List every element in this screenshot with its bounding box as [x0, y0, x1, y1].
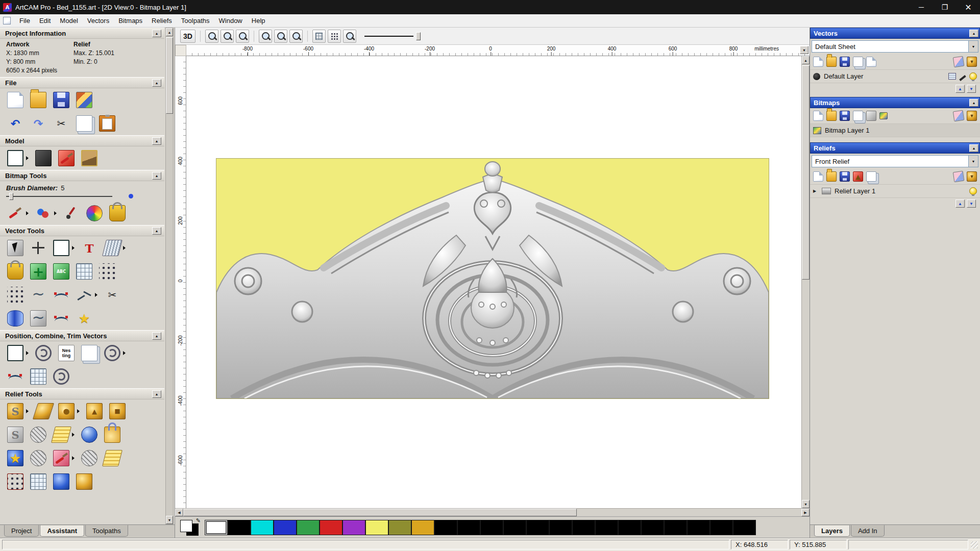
load-picture-icon[interactable]: [81, 150, 97, 166]
copy-bitmap-layer-icon[interactable]: [853, 111, 863, 121]
move-layer-down-icon[interactable]: ▼: [967, 85, 976, 93]
menu-model[interactable]: Model: [55, 15, 82, 26]
create-circle-icon[interactable]: [7, 310, 23, 327]
new-bitmap-layer-icon[interactable]: [813, 111, 823, 121]
menu-bitmaps[interactable]: Bitmaps: [114, 15, 147, 26]
zoom-window-button[interactable]: [236, 30, 249, 43]
edit-colour-icon[interactable]: ✎: [196, 517, 201, 524]
flood-fill-icon[interactable]: [109, 205, 126, 221]
canvas-v-scrollbar[interactable]: ▲ ▼: [801, 56, 810, 508]
document-icon[interactable]: [3, 17, 11, 24]
two-rail-sweep-icon[interactable]: [7, 427, 23, 443]
magnify-button[interactable]: [343, 30, 356, 43]
tab-assistant[interactable]: Assistant: [40, 525, 84, 537]
undo-icon[interactable]: [7, 115, 23, 132]
smooth-blend-icon[interactable]: [53, 473, 69, 490]
palette-swatch[interactable]: [595, 520, 618, 535]
scatter-relief-icon[interactable]: [7, 473, 23, 490]
palette-swatch[interactable]: [297, 520, 320, 535]
new-model-icon[interactable]: [7, 92, 23, 108]
create-polyline-icon[interactable]: [76, 287, 92, 303]
bitmap-layer-row[interactable]: Bitmap Layer 1: [810, 124, 980, 137]
delete-layer-icon[interactable]: [953, 110, 965, 122]
palette-swatch[interactable]: [687, 520, 710, 535]
set-model-size-icon[interactable]: [7, 150, 23, 166]
new-relief-layer-icon[interactable]: [813, 171, 823, 182]
palette-swatch[interactable]: [320, 520, 342, 535]
drawing-canvas[interactable]: [186, 56, 801, 508]
spin-relief-icon[interactable]: [81, 427, 97, 443]
save-model-icon[interactable]: [53, 92, 69, 108]
visibility-toggle-icon[interactable]: [969, 72, 977, 80]
palette-swatch[interactable]: [251, 520, 274, 535]
save-bitmap-layer-icon[interactable]: [840, 111, 850, 121]
extrude-relief-icon[interactable]: [102, 450, 122, 466]
collapse-button[interactable]: [969, 144, 978, 152]
collapse-button[interactable]: [969, 99, 978, 107]
delete-layer-icon[interactable]: [953, 56, 965, 68]
menu-file[interactable]: File: [15, 15, 35, 26]
sheet-select[interactable]: Default Sheet: [812, 40, 978, 53]
edit-layer-icon[interactable]: [959, 72, 967, 81]
layer-snap-icon[interactable]: [948, 73, 956, 80]
group-vectors-icon[interactable]: [81, 345, 97, 361]
flyout-arrow-icon[interactable]: [54, 211, 57, 215]
copy-relief-layer-icon[interactable]: [866, 171, 876, 182]
assistant-scrollbar[interactable]: ▲ ▼: [165, 28, 174, 524]
scroll-up-icon[interactable]: ▲: [802, 56, 810, 64]
constrain-relief-icon[interactable]: [104, 427, 120, 443]
flyout-arrow-icon[interactable]: [26, 351, 29, 355]
flyout-arrow-icon[interactable]: [72, 433, 75, 437]
pick-colour-icon[interactable]: [63, 205, 80, 221]
nesting-icon[interactable]: Nes ting: [58, 345, 75, 361]
line-width-handle[interactable]: [416, 32, 421, 40]
scroll-up-icon[interactable]: ▲: [166, 28, 173, 36]
zoom-previous-button[interactable]: [289, 30, 303, 43]
create-text-icon[interactable]: [81, 240, 97, 256]
zoom-objects-button[interactable]: [274, 30, 287, 43]
scroll-left-icon[interactable]: ◀: [175, 509, 183, 516]
texture-relief-icon[interactable]: [109, 403, 126, 419]
offset-relief-icon[interactable]: [51, 427, 71, 443]
palette-swatch[interactable]: [503, 520, 526, 535]
flyout-arrow-icon[interactable]: [26, 156, 29, 160]
collapse-button[interactable]: [969, 30, 978, 37]
palette-swatch[interactable]: [411, 520, 434, 535]
line-width-widget[interactable]: [364, 31, 421, 42]
star-relief-icon[interactable]: [7, 450, 23, 466]
flyout-arrow-icon[interactable]: [26, 211, 29, 215]
mesh-relief-icon[interactable]: [30, 473, 46, 490]
freehand-curve-icon[interactable]: [30, 287, 46, 303]
canvas-h-scrollbar[interactable]: ◀ ▶: [175, 508, 810, 516]
cut-icon[interactable]: [53, 115, 69, 132]
palette-swatch[interactable]: [457, 520, 480, 535]
scrollbar-thumb[interactable]: [166, 37, 173, 114]
collapse-button[interactable]: [152, 30, 161, 37]
collapse-button[interactable]: [152, 172, 161, 180]
collapse-button[interactable]: [152, 79, 161, 87]
block-copy-icon[interactable]: [30, 263, 46, 280]
weld-vectors-icon[interactable]: [104, 345, 120, 361]
zoom-fit-button[interactable]: [259, 30, 272, 43]
h-ruler[interactable]: millimetres -800-600-400-200020040060080…: [186, 45, 810, 56]
move-layer-up-icon[interactable]: ▲: [955, 199, 965, 208]
texture-weave-icon[interactable]: [30, 450, 46, 466]
vector-layer-row[interactable]: Default Layer: [810, 70, 980, 83]
flyout-arrow-icon[interactable]: [77, 409, 80, 413]
chevron-down-icon[interactable]: [968, 41, 978, 52]
slider-handle[interactable]: [9, 193, 13, 200]
palette-swatch[interactable]: [641, 520, 664, 535]
scroll-right-icon[interactable]: ▶: [801, 509, 810, 516]
v-ruler[interactable]: 6004002000-200-400-600: [175, 56, 186, 508]
paste-array-icon[interactable]: [99, 263, 115, 280]
delete-layer-icon[interactable]: [953, 171, 965, 183]
palette-swatch[interactable]: [618, 520, 641, 535]
colour-blend-icon[interactable]: [35, 205, 52, 221]
transform-vectors-icon[interactable]: [30, 240, 46, 256]
palette-swatch[interactable]: [480, 520, 503, 535]
primary-colour-swatch[interactable]: [180, 520, 192, 532]
maximize-button[interactable]: ❐: [933, 0, 957, 14]
open-relief-layer-icon[interactable]: [826, 171, 837, 182]
palette-swatch[interactable]: [365, 520, 388, 535]
merge-layers-icon[interactable]: [967, 57, 977, 67]
